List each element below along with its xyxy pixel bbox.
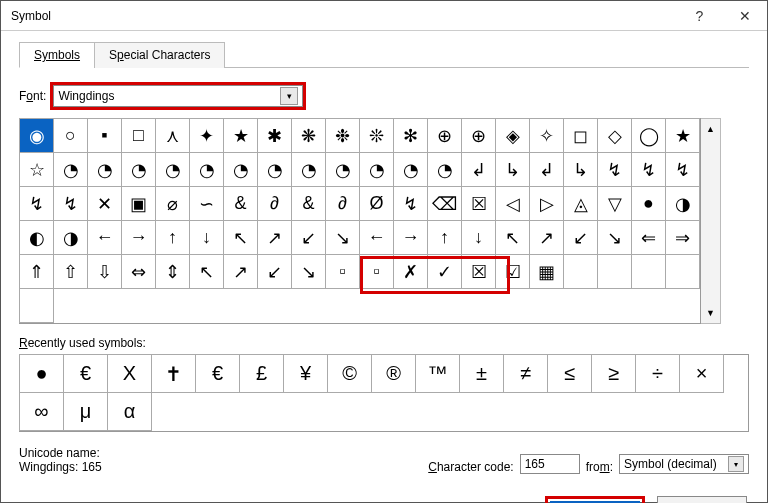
symbol-cell[interactable]: ✗ bbox=[393, 254, 428, 289]
recent-cell[interactable]: € bbox=[63, 354, 108, 393]
recent-cell[interactable]: ≤ bbox=[547, 354, 592, 393]
symbol-cell[interactable]: → bbox=[121, 220, 156, 255]
symbol-cell[interactable]: ◉ bbox=[19, 118, 54, 153]
symbol-cell[interactable]: ↯ bbox=[393, 186, 428, 221]
symbol-cell[interactable]: ◇ bbox=[597, 118, 632, 153]
symbol-cell[interactable]: ↲ bbox=[461, 152, 496, 187]
symbol-cell[interactable]: ↯ bbox=[665, 152, 700, 187]
symbol-cell[interactable]: ⌀ bbox=[155, 186, 190, 221]
symbol-cell[interactable] bbox=[563, 254, 598, 289]
symbol-cell[interactable]: ○ bbox=[53, 118, 88, 153]
symbol-cell[interactable]: ◔ bbox=[359, 152, 394, 187]
scrollbar[interactable]: ▲ ▼ bbox=[701, 118, 721, 324]
symbol-cell[interactable]: ◔ bbox=[393, 152, 428, 187]
symbol-cell[interactable]: ↳ bbox=[495, 152, 530, 187]
recent-cell[interactable]: ÷ bbox=[635, 354, 680, 393]
symbol-cell[interactable]: ↳ bbox=[563, 152, 598, 187]
symbol-cell[interactable]: ← bbox=[87, 220, 122, 255]
symbol-cell[interactable]: ↘ bbox=[325, 220, 360, 255]
symbol-cell[interactable]: ◔ bbox=[325, 152, 360, 187]
symbol-cell[interactable]: ↑ bbox=[155, 220, 190, 255]
symbol-cell[interactable]: ◻ bbox=[563, 118, 598, 153]
symbol-cell[interactable] bbox=[665, 254, 700, 289]
charcode-input[interactable] bbox=[520, 454, 580, 474]
symbol-cell[interactable]: ↯ bbox=[597, 152, 632, 187]
symbol-cell[interactable] bbox=[19, 288, 54, 323]
symbol-cell[interactable]: ◈ bbox=[495, 118, 530, 153]
symbol-cell[interactable]: ↘ bbox=[291, 254, 326, 289]
symbol-cell[interactable]: ◔ bbox=[189, 152, 224, 187]
recent-cell[interactable]: ✝ bbox=[151, 354, 196, 393]
symbol-cell[interactable]: ↙ bbox=[257, 254, 292, 289]
symbol-cell[interactable]: ✓ bbox=[427, 254, 462, 289]
symbol-cell[interactable]: ▽ bbox=[597, 186, 632, 221]
recent-cell[interactable]: α bbox=[107, 392, 152, 431]
symbol-cell[interactable]: ⇔ bbox=[121, 254, 156, 289]
symbol-cell[interactable]: ☒ bbox=[461, 254, 496, 289]
symbol-cell[interactable]: ✧ bbox=[529, 118, 564, 153]
symbol-cell[interactable]: ⊕ bbox=[461, 118, 496, 153]
recent-cell[interactable]: ∞ bbox=[19, 392, 64, 431]
symbol-cell[interactable]: ❊ bbox=[359, 118, 394, 153]
symbol-cell[interactable]: ◯ bbox=[631, 118, 666, 153]
symbol-cell[interactable]: ⇩ bbox=[87, 254, 122, 289]
symbol-cell[interactable]: ◔ bbox=[155, 152, 190, 187]
symbol-cell[interactable]: ↖ bbox=[495, 220, 530, 255]
symbol-cell[interactable]: ↓ bbox=[461, 220, 496, 255]
recent-cell[interactable]: ≠ bbox=[503, 354, 548, 393]
symbol-cell[interactable]: ❋ bbox=[291, 118, 326, 153]
recent-cell[interactable]: μ bbox=[63, 392, 108, 431]
scroll-down-icon[interactable]: ▼ bbox=[701, 303, 720, 323]
recent-cell[interactable]: ● bbox=[19, 354, 64, 393]
symbol-cell[interactable]: ⇑ bbox=[19, 254, 54, 289]
symbol-cell[interactable]: ◁ bbox=[495, 186, 530, 221]
symbol-cell[interactable]: ☑ bbox=[495, 254, 530, 289]
symbol-cell[interactable]: & bbox=[223, 186, 258, 221]
recent-cell[interactable]: € bbox=[195, 354, 240, 393]
symbol-cell[interactable]: Ø bbox=[359, 186, 394, 221]
from-select[interactable]: Symbol (decimal) ▾ bbox=[619, 454, 749, 474]
symbol-cell[interactable]: ↙ bbox=[291, 220, 326, 255]
recent-cell[interactable]: ¥ bbox=[283, 354, 328, 393]
symbol-cell[interactable]: ↯ bbox=[631, 152, 666, 187]
symbol-cell[interactable]: ✦ bbox=[189, 118, 224, 153]
symbol-cell[interactable]: ◔ bbox=[87, 152, 122, 187]
symbol-cell[interactable]: ◔ bbox=[257, 152, 292, 187]
font-select[interactable]: Wingdings ▾ bbox=[53, 85, 303, 107]
tab-special-characters[interactable]: Special Characters bbox=[94, 42, 225, 68]
symbol-cell[interactable]: ▪ bbox=[87, 118, 122, 153]
symbol-cell[interactable]: ◬ bbox=[563, 186, 598, 221]
symbol-cell[interactable]: ⇐ bbox=[631, 220, 666, 255]
symbol-cell[interactable]: ❉ bbox=[325, 118, 360, 153]
recent-cell[interactable]: ≥ bbox=[591, 354, 636, 393]
symbol-cell[interactable]: ↲ bbox=[529, 152, 564, 187]
symbol-cell[interactable]: ◔ bbox=[427, 152, 462, 187]
cancel-button[interactable]: Cancel bbox=[657, 496, 747, 503]
tab-symbols[interactable]: Symbols bbox=[19, 42, 95, 68]
symbol-cell[interactable]: ✱ bbox=[257, 118, 292, 153]
recent-cell[interactable]: ± bbox=[459, 354, 504, 393]
symbol-cell[interactable]: ◔ bbox=[121, 152, 156, 187]
recent-cell[interactable]: ™ bbox=[415, 354, 460, 393]
symbol-cell[interactable]: ★ bbox=[223, 118, 258, 153]
symbol-cell[interactable]: ↗ bbox=[529, 220, 564, 255]
symbol-cell[interactable]: ∂ bbox=[325, 186, 360, 221]
symbol-cell[interactable]: ↓ bbox=[189, 220, 224, 255]
symbol-cell[interactable]: ⇒ bbox=[665, 220, 700, 255]
symbol-cell[interactable]: ↖ bbox=[189, 254, 224, 289]
symbol-cell[interactable] bbox=[631, 254, 666, 289]
symbol-cell[interactable]: ↖ bbox=[223, 220, 258, 255]
symbol-cell[interactable]: ✕ bbox=[87, 186, 122, 221]
symbol-cell[interactable]: ∽ bbox=[189, 186, 224, 221]
symbol-cell[interactable]: ▷ bbox=[529, 186, 564, 221]
recent-cell[interactable]: © bbox=[327, 354, 372, 393]
symbol-cell[interactable]: ◔ bbox=[223, 152, 258, 187]
recent-grid[interactable]: ●€X✝€£¥©®™±≠≤≥÷×∞μα bbox=[19, 354, 749, 432]
symbol-cell[interactable]: ⊕ bbox=[427, 118, 462, 153]
symbol-cell[interactable]: ▦ bbox=[529, 254, 564, 289]
symbol-cell[interactable] bbox=[597, 254, 632, 289]
symbol-cell[interactable]: ↯ bbox=[53, 186, 88, 221]
symbol-cell[interactable]: & bbox=[291, 186, 326, 221]
symbol-cell[interactable]: ◔ bbox=[291, 152, 326, 187]
symbol-cell[interactable]: ↙ bbox=[563, 220, 598, 255]
